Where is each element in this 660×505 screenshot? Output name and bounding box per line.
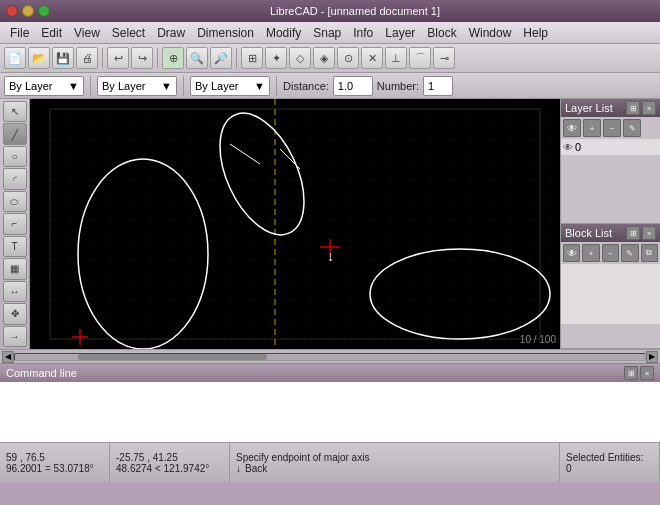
layer-list-body: 👁 0 (561, 139, 660, 155)
layer-eye-btn[interactable]: 👁 (563, 119, 581, 137)
menu-draw[interactable]: Draw (151, 24, 191, 42)
snap-tangent-button[interactable]: ⌒ (409, 47, 431, 69)
props-sep-3 (276, 76, 277, 96)
maximize-button[interactable] (38, 5, 50, 17)
dimension-tool[interactable]: ↔ (3, 281, 27, 302)
layer-list-title: Layer List (565, 102, 613, 114)
linetype-dropdown[interactable]: By Layer ▼ (190, 76, 270, 96)
move-tool[interactable]: ✥ (3, 303, 27, 324)
block-settings-btn[interactable]: ⊞ (626, 226, 640, 240)
layer-header-icons: ⊞ × (626, 101, 656, 115)
arrow-right-tool[interactable]: → (3, 326, 27, 347)
print-button[interactable]: 🖨 (76, 47, 98, 69)
select-tool[interactable]: ↖ (3, 101, 27, 122)
menu-block[interactable]: Block (421, 24, 462, 42)
snap-perpendicular-button[interactable]: ⊥ (385, 47, 407, 69)
layer-settings-btn[interactable]: ⊞ (626, 101, 640, 115)
menu-window[interactable]: Window (463, 24, 518, 42)
close-button[interactable] (6, 5, 18, 17)
coord-rel-2: 48.6274 < 121.9742° (116, 463, 223, 474)
action-controls: ↓ Back (236, 463, 553, 474)
layer-dropdown[interactable]: By Layer ▼ (4, 76, 84, 96)
snap-endpoint-button[interactable]: ◇ (289, 47, 311, 69)
menu-view[interactable]: View (68, 24, 106, 42)
block-eye-btn[interactable]: 👁 (563, 244, 580, 262)
block-list-body (561, 264, 660, 324)
color-dropdown[interactable]: By Layer ▼ (97, 76, 177, 96)
minimize-button[interactable] (22, 5, 34, 17)
new-button[interactable]: 📄 (4, 47, 26, 69)
status-selected: Selected Entities: 0 (560, 443, 660, 482)
zoom-in-button[interactable]: 🔍 (186, 47, 208, 69)
back-button[interactable]: Back (245, 463, 267, 474)
menu-modify[interactable]: Modify (260, 24, 307, 42)
number-input[interactable] (423, 76, 453, 96)
circle-tool[interactable]: ○ (3, 146, 27, 167)
menu-select[interactable]: Select (106, 24, 151, 42)
scroll-left-btn[interactable]: ◀ (2, 351, 14, 363)
snap-center-button[interactable]: ⊙ (337, 47, 359, 69)
block-header-icons: ⊞ × (626, 226, 656, 240)
main-work-area: ↖ ╱ ○ ◜ ⬭ ⌐ T ▦ ↔ ✥ → (0, 99, 660, 349)
layer-list-header: Layer List ⊞ × (561, 99, 660, 117)
undo-button[interactable]: ↩ (107, 47, 129, 69)
layer-list-panel: Layer List ⊞ × 👁 + − ✎ 👁 0 (561, 99, 660, 224)
svg-rect-2 (30, 99, 560, 349)
h-scrollbar[interactable]: ◀ ▶ (0, 349, 660, 363)
layer-edit-btn[interactable]: ✎ (623, 119, 641, 137)
block-list-header: Block List ⊞ × (561, 224, 660, 242)
toolbar-standard: 📄 📂 💾 🖨 ↩ ↪ ⊕ 🔍 🔎 ⊞ ✦ ◇ ◈ ⊙ ✕ ⊥ ⌒ ⊸ (0, 44, 660, 73)
cad-canvas[interactable]: ↓ 10 / 100 (30, 99, 560, 349)
polyline-tool[interactable]: ⌐ (3, 213, 27, 234)
layer-item-0[interactable]: 👁 0 (563, 141, 658, 153)
coord-rel-1: -25.75 , 41.25 (116, 452, 223, 463)
snap-distance-button[interactable]: ⊸ (433, 47, 455, 69)
layer-add-btn[interactable]: + (583, 119, 601, 137)
cmd-close-btn[interactable]: × (640, 366, 654, 380)
snap-free-button[interactable]: ✦ (265, 47, 287, 69)
window-controls[interactable] (6, 5, 50, 17)
snap-intersection-button[interactable]: ✕ (361, 47, 383, 69)
layer-remove-btn[interactable]: − (603, 119, 621, 137)
toolbar-separator-1 (102, 48, 103, 68)
menu-dimension[interactable]: Dimension (191, 24, 260, 42)
scroll-track-h[interactable] (14, 353, 646, 361)
zoom-out-button[interactable]: 🔎 (210, 47, 232, 69)
command-line-header: Command line ⊞ × (0, 364, 660, 382)
menu-file[interactable]: File (4, 24, 35, 42)
zoom-extents-button[interactable]: ⊕ (162, 47, 184, 69)
block-remove-btn[interactable]: − (602, 244, 619, 262)
menu-edit[interactable]: Edit (35, 24, 68, 42)
block-add-btn[interactable]: + (582, 244, 599, 262)
open-button[interactable]: 📂 (28, 47, 50, 69)
snap-midpoint-button[interactable]: ◈ (313, 47, 335, 69)
line-tool[interactable]: ╱ (3, 123, 27, 144)
scroll-thumb-h[interactable] (78, 354, 267, 360)
distance-input[interactable] (333, 76, 373, 96)
selected-label: Selected Entities: (566, 452, 653, 463)
save-button[interactable]: 💾 (52, 47, 74, 69)
block-list-panel: Block List ⊞ × 👁 + − ✎ ⧉ (561, 224, 660, 349)
block-close-btn[interactable]: × (642, 226, 656, 240)
ellipse-tool[interactable]: ⬭ (3, 191, 27, 212)
text-tool[interactable]: T (3, 236, 27, 257)
cmd-settings-btn[interactable]: ⊞ (624, 366, 638, 380)
menu-help[interactable]: Help (517, 24, 554, 42)
menu-layer[interactable]: Layer (379, 24, 421, 42)
title-bar: LibreCAD - [unnamed document 1] (0, 0, 660, 22)
status-coord-rel: -25.75 , 41.25 48.6274 < 121.9742° (110, 443, 230, 482)
menu-snap[interactable]: Snap (307, 24, 347, 42)
menu-info[interactable]: Info (347, 24, 379, 42)
window-title: LibreCAD - [unnamed document 1] (56, 5, 654, 17)
scroll-right-btn[interactable]: ▶ (646, 351, 658, 363)
arc-tool[interactable]: ◜ (3, 168, 27, 189)
canvas-svg: ↓ (30, 99, 560, 349)
block-edit-btn[interactable]: ✎ (621, 244, 638, 262)
block-insert-btn[interactable]: ⧉ (641, 244, 658, 262)
status-bar: 59 , 76.5 96.2001 = 53.0718° -25.75 , 41… (0, 442, 660, 482)
snap-grid-button[interactable]: ⊞ (241, 47, 263, 69)
redo-button[interactable]: ↪ (131, 47, 153, 69)
layer-close-btn[interactable]: × (642, 101, 656, 115)
hatch-tool[interactable]: ▦ (3, 258, 27, 279)
command-line-body[interactable] (0, 382, 660, 442)
